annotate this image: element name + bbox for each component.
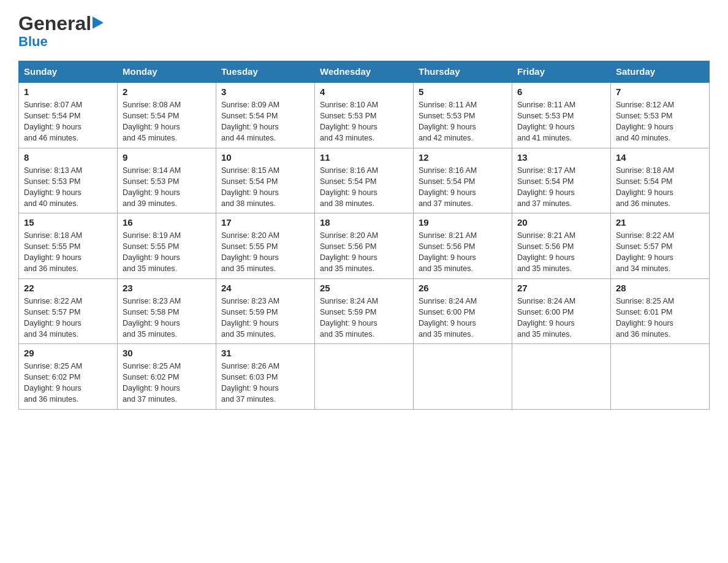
col-header-saturday: Saturday — [611, 61, 710, 83]
day-info: Sunrise: 8:22 AMSunset: 5:57 PMDaylight:… — [24, 297, 82, 339]
week-row-3: 15 Sunrise: 8:18 AMSunset: 5:55 PMDaylig… — [19, 213, 710, 279]
day-number: 21 — [616, 217, 704, 228]
day-info: Sunrise: 8:17 AMSunset: 5:54 PMDaylight:… — [517, 166, 575, 208]
calendar-cell: 27 Sunrise: 8:24 AMSunset: 6:00 PMDaylig… — [512, 278, 611, 344]
day-number: 27 — [517, 283, 605, 293]
calendar-cell: 1 Sunrise: 8:07 AMSunset: 5:54 PMDayligh… — [19, 82, 118, 148]
logo-triangle-icon — [93, 17, 104, 29]
calendar-cell: 29 Sunrise: 8:25 AMSunset: 6:02 PMDaylig… — [19, 344, 118, 410]
calendar-cell: 23 Sunrise: 8:23 AMSunset: 5:58 PMDaylig… — [118, 278, 216, 344]
calendar-cell — [512, 344, 611, 410]
day-number: 18 — [320, 217, 408, 228]
day-info: Sunrise: 8:23 AMSunset: 5:59 PMDaylight:… — [221, 297, 279, 339]
calendar-cell: 13 Sunrise: 8:17 AMSunset: 5:54 PMDaylig… — [512, 148, 611, 213]
day-number: 23 — [123, 283, 211, 293]
page-header: General Blue — [18, 12, 710, 50]
calendar-cell: 7 Sunrise: 8:12 AMSunset: 5:53 PMDayligh… — [611, 82, 710, 148]
day-number: 24 — [221, 283, 309, 293]
day-info: Sunrise: 8:24 AMSunset: 5:59 PMDaylight:… — [320, 297, 378, 339]
day-info: Sunrise: 8:15 AMSunset: 5:54 PMDaylight:… — [221, 166, 279, 208]
day-info: Sunrise: 8:25 AMSunset: 6:01 PMDaylight:… — [616, 297, 674, 339]
svg-marker-0 — [93, 17, 104, 29]
col-header-thursday: Thursday — [414, 61, 512, 83]
calendar-cell — [315, 344, 414, 410]
day-info: Sunrise: 8:23 AMSunset: 5:58 PMDaylight:… — [123, 297, 181, 339]
col-header-tuesday: Tuesday — [216, 61, 315, 83]
day-number: 13 — [517, 152, 605, 163]
calendar-cell: 14 Sunrise: 8:18 AMSunset: 5:54 PMDaylig… — [611, 148, 710, 213]
day-info: Sunrise: 8:16 AMSunset: 5:54 PMDaylight:… — [419, 166, 477, 208]
calendar-cell: 18 Sunrise: 8:20 AMSunset: 5:56 PMDaylig… — [315, 213, 414, 279]
logo: General Blue — [18, 12, 104, 50]
calendar-cell: 11 Sunrise: 8:16 AMSunset: 5:54 PMDaylig… — [315, 148, 414, 213]
day-number: 5 — [419, 86, 507, 97]
day-info: Sunrise: 8:18 AMSunset: 5:55 PMDaylight:… — [24, 231, 82, 273]
calendar-cell: 2 Sunrise: 8:08 AMSunset: 5:54 PMDayligh… — [118, 82, 216, 148]
day-number: 20 — [517, 217, 605, 228]
day-info: Sunrise: 8:24 AMSunset: 6:00 PMDaylight:… — [517, 297, 575, 339]
calendar-cell: 9 Sunrise: 8:14 AMSunset: 5:53 PMDayligh… — [118, 148, 216, 213]
day-info: Sunrise: 8:20 AMSunset: 5:55 PMDaylight:… — [221, 231, 279, 273]
calendar-cell: 3 Sunrise: 8:09 AMSunset: 5:54 PMDayligh… — [216, 82, 315, 148]
day-number: 7 — [616, 86, 704, 97]
week-row-2: 8 Sunrise: 8:13 AMSunset: 5:53 PMDayligh… — [19, 148, 710, 213]
day-number: 6 — [517, 86, 605, 97]
day-number: 26 — [419, 283, 507, 293]
day-info: Sunrise: 8:09 AMSunset: 5:54 PMDaylight:… — [221, 101, 279, 142]
day-info: Sunrise: 8:21 AMSunset: 5:56 PMDaylight:… — [517, 231, 575, 273]
day-info: Sunrise: 8:08 AMSunset: 5:54 PMDaylight:… — [123, 101, 181, 142]
day-number: 11 — [320, 152, 408, 163]
day-number: 28 — [616, 283, 704, 293]
day-number: 2 — [123, 86, 211, 97]
calendar-cell: 30 Sunrise: 8:25 AMSunset: 6:02 PMDaylig… — [118, 344, 216, 410]
calendar-cell: 5 Sunrise: 8:11 AMSunset: 5:53 PMDayligh… — [414, 82, 512, 148]
week-row-1: 1 Sunrise: 8:07 AMSunset: 5:54 PMDayligh… — [19, 82, 710, 148]
logo-blue-text: Blue — [18, 34, 48, 50]
day-info: Sunrise: 8:22 AMSunset: 5:57 PMDaylight:… — [616, 231, 674, 273]
calendar-cell: 17 Sunrise: 8:20 AMSunset: 5:55 PMDaylig… — [216, 213, 315, 279]
calendar-cell: 28 Sunrise: 8:25 AMSunset: 6:01 PMDaylig… — [611, 278, 710, 344]
day-info: Sunrise: 8:20 AMSunset: 5:56 PMDaylight:… — [320, 231, 378, 273]
calendar-cell: 25 Sunrise: 8:24 AMSunset: 5:59 PMDaylig… — [315, 278, 414, 344]
day-number: 12 — [419, 152, 507, 163]
day-number: 8 — [24, 152, 112, 163]
calendar-cell: 4 Sunrise: 8:10 AMSunset: 5:53 PMDayligh… — [315, 82, 414, 148]
day-number: 17 — [221, 217, 309, 228]
day-info: Sunrise: 8:19 AMSunset: 5:55 PMDaylight:… — [123, 231, 181, 273]
day-number: 15 — [24, 217, 112, 228]
day-number: 16 — [123, 217, 211, 228]
calendar-cell: 6 Sunrise: 8:11 AMSunset: 5:53 PMDayligh… — [512, 82, 611, 148]
day-info: Sunrise: 8:11 AMSunset: 5:53 PMDaylight:… — [419, 101, 477, 142]
calendar-table: SundayMondayTuesdayWednesdayThursdayFrid… — [18, 61, 710, 410]
week-row-4: 22 Sunrise: 8:22 AMSunset: 5:57 PMDaylig… — [19, 278, 710, 344]
day-info: Sunrise: 8:24 AMSunset: 6:00 PMDaylight:… — [419, 297, 477, 339]
calendar-cell: 12 Sunrise: 8:16 AMSunset: 5:54 PMDaylig… — [414, 148, 512, 213]
day-info: Sunrise: 8:11 AMSunset: 5:53 PMDaylight:… — [517, 101, 575, 142]
day-info: Sunrise: 8:07 AMSunset: 5:54 PMDaylight:… — [24, 101, 82, 142]
calendar-cell: 10 Sunrise: 8:15 AMSunset: 5:54 PMDaylig… — [216, 148, 315, 213]
col-header-friday: Friday — [512, 61, 611, 83]
day-info: Sunrise: 8:26 AMSunset: 6:03 PMDaylight:… — [221, 362, 279, 404]
col-header-sunday: Sunday — [19, 61, 118, 83]
day-info: Sunrise: 8:18 AMSunset: 5:54 PMDaylight:… — [616, 166, 674, 208]
day-info: Sunrise: 8:14 AMSunset: 5:53 PMDaylight:… — [123, 166, 181, 208]
day-number: 30 — [123, 348, 211, 358]
calendar-cell: 26 Sunrise: 8:24 AMSunset: 6:00 PMDaylig… — [414, 278, 512, 344]
calendar-cell — [414, 344, 512, 410]
day-number: 22 — [24, 283, 112, 293]
calendar-cell: 16 Sunrise: 8:19 AMSunset: 5:55 PMDaylig… — [118, 213, 216, 279]
calendar-cell: 8 Sunrise: 8:13 AMSunset: 5:53 PMDayligh… — [19, 148, 118, 213]
day-info: Sunrise: 8:25 AMSunset: 6:02 PMDaylight:… — [123, 362, 181, 404]
week-row-5: 29 Sunrise: 8:25 AMSunset: 6:02 PMDaylig… — [19, 344, 710, 410]
day-number: 9 — [123, 152, 211, 163]
day-info: Sunrise: 8:25 AMSunset: 6:02 PMDaylight:… — [24, 362, 82, 404]
col-header-wednesday: Wednesday — [315, 61, 414, 83]
calendar-cell: 15 Sunrise: 8:18 AMSunset: 5:55 PMDaylig… — [19, 213, 118, 279]
calendar-cell — [611, 344, 710, 410]
calendar-cell: 21 Sunrise: 8:22 AMSunset: 5:57 PMDaylig… — [611, 213, 710, 279]
calendar-cell: 31 Sunrise: 8:26 AMSunset: 6:03 PMDaylig… — [216, 344, 315, 410]
day-info: Sunrise: 8:12 AMSunset: 5:53 PMDaylight:… — [616, 101, 674, 142]
day-info: Sunrise: 8:10 AMSunset: 5:53 PMDaylight:… — [320, 101, 378, 142]
day-number: 3 — [221, 86, 309, 97]
day-number: 10 — [221, 152, 309, 163]
